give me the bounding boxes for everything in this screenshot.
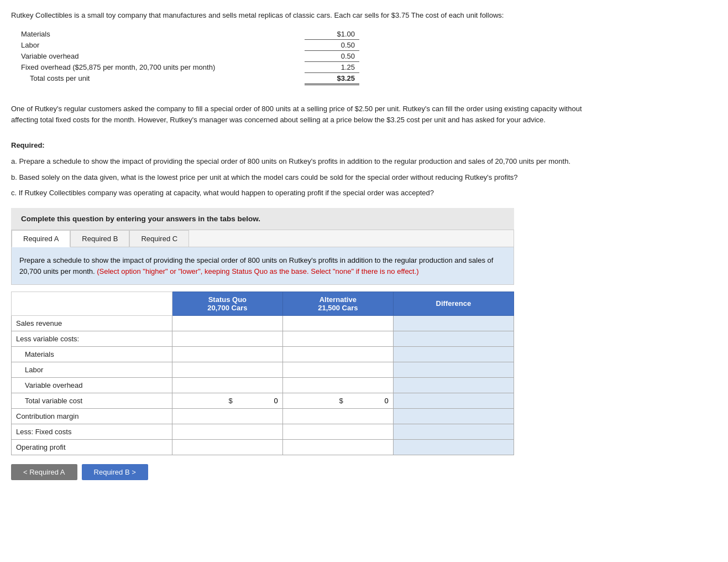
alternative-cell[interactable] bbox=[282, 439, 393, 455]
alternative-cell[interactable] bbox=[282, 331, 393, 346]
status-quo-input[interactable] bbox=[234, 428, 278, 436]
status-quo-cell[interactable] bbox=[172, 346, 282, 362]
alternative-input[interactable] bbox=[344, 381, 389, 389]
status-quo-cell[interactable] bbox=[172, 315, 282, 331]
tab-required-b[interactable]: Required B bbox=[70, 230, 129, 247]
status-quo-cell[interactable] bbox=[172, 424, 282, 439]
col3-line1: Alternative bbox=[320, 295, 357, 304]
col3-header: Alternative 21,500 Cars bbox=[282, 292, 393, 315]
required-part-b: b. Based solely on the data given, what … bbox=[11, 172, 591, 184]
difference-cell[interactable] bbox=[393, 315, 514, 331]
status-quo-input[interactable] bbox=[234, 381, 278, 389]
total-cost-label: Total costs per unit bbox=[17, 72, 305, 84]
col2-line2: 20,700 Cars bbox=[207, 304, 247, 312]
difference-input[interactable] bbox=[465, 428, 509, 436]
alternative-cell[interactable] bbox=[282, 362, 393, 377]
table-row: Materials bbox=[12, 346, 514, 362]
row-label: Operating profit bbox=[12, 439, 172, 455]
alternative-input[interactable] bbox=[344, 428, 389, 436]
status-quo-cell[interactable]: $ bbox=[172, 393, 282, 408]
tab-required-c[interactable]: Required C bbox=[129, 230, 189, 247]
instruction-box: Complete this question by entering your … bbox=[11, 208, 514, 230]
alternative-cell[interactable] bbox=[282, 346, 393, 362]
difference-input[interactable] bbox=[465, 381, 509, 389]
difference-cell[interactable] bbox=[393, 331, 514, 346]
difference-input[interactable] bbox=[465, 350, 509, 358]
data-table-wrapper: Status Quo 20,700 Cars Alternative 21,50… bbox=[11, 292, 514, 455]
alternative-input[interactable] bbox=[344, 350, 389, 358]
table-row: Total variable cost$$ bbox=[12, 393, 514, 408]
status-quo-input[interactable] bbox=[234, 397, 278, 405]
cost-table: Materials$1.00Labor0.50Variable overhead… bbox=[17, 29, 359, 85]
cost-item-amount: 1.25 bbox=[305, 61, 359, 72]
dollar-sign: $ bbox=[229, 397, 233, 405]
tab-required-a[interactable]: Required A bbox=[12, 230, 70, 247]
status-quo-cell[interactable] bbox=[172, 362, 282, 377]
required-section: Required: a. Prepare a schedule to show … bbox=[11, 140, 591, 199]
cost-item-amount: $1.00 bbox=[305, 29, 359, 40]
total-cost-amount: $3.25 bbox=[305, 72, 359, 84]
status-quo-input[interactable] bbox=[234, 319, 278, 327]
table-row: Variable overhead bbox=[12, 377, 514, 393]
required-title: Required: bbox=[11, 141, 45, 149]
status-quo-cell[interactable] bbox=[172, 408, 282, 424]
col3-line2: 21,500 Cars bbox=[318, 304, 358, 312]
difference-input[interactable] bbox=[465, 319, 509, 327]
alternative-input[interactable] bbox=[344, 319, 389, 327]
status-quo-input[interactable] bbox=[234, 366, 278, 374]
alternative-cell[interactable] bbox=[282, 424, 393, 439]
col1-header bbox=[12, 292, 172, 315]
alternative-input[interactable] bbox=[344, 443, 389, 451]
prev-button[interactable]: < Required A bbox=[11, 464, 77, 480]
row-label: Less: Fixed costs bbox=[12, 424, 172, 439]
status-quo-cell[interactable] bbox=[172, 439, 282, 455]
dollar-sign: $ bbox=[339, 397, 343, 405]
difference-input[interactable] bbox=[465, 443, 509, 451]
alternative-input[interactable] bbox=[344, 335, 389, 343]
status-quo-input[interactable] bbox=[234, 443, 278, 451]
table-row: Labor bbox=[12, 362, 514, 377]
alternative-cell[interactable] bbox=[282, 315, 393, 331]
difference-cell[interactable] bbox=[393, 346, 514, 362]
tabs-header: Required A Required B Required C bbox=[12, 230, 514, 247]
difference-cell[interactable] bbox=[393, 393, 514, 408]
status-quo-cell[interactable] bbox=[172, 331, 282, 346]
row-label: Contribution margin bbox=[12, 408, 172, 424]
main-data-table: Status Quo 20,700 Cars Alternative 21,50… bbox=[11, 292, 514, 455]
status-quo-input[interactable] bbox=[234, 335, 278, 343]
difference-cell[interactable] bbox=[393, 362, 514, 377]
row-label: Labor bbox=[12, 362, 172, 377]
difference-cell[interactable] bbox=[393, 424, 514, 439]
difference-cell[interactable] bbox=[393, 439, 514, 455]
cost-item-label: Materials bbox=[17, 29, 305, 40]
tab-a-content: Prepare a schedule to show the impact of… bbox=[12, 247, 514, 284]
difference-cell[interactable] bbox=[393, 377, 514, 393]
row-label: Total variable cost bbox=[12, 393, 172, 408]
difference-input[interactable] bbox=[465, 335, 509, 343]
status-quo-cell[interactable] bbox=[172, 377, 282, 393]
status-quo-input[interactable] bbox=[234, 412, 278, 420]
difference-cell[interactable] bbox=[393, 408, 514, 424]
alternative-input[interactable] bbox=[344, 412, 389, 420]
difference-input[interactable] bbox=[465, 366, 509, 374]
required-part-a: a. Prepare a schedule to show the impact… bbox=[11, 156, 591, 168]
instruction-text: Complete this question by entering your … bbox=[21, 215, 260, 223]
alternative-input[interactable] bbox=[344, 397, 389, 405]
difference-input[interactable] bbox=[465, 397, 509, 405]
required-part-c: c. If Rutkey Collectibles company was op… bbox=[11, 188, 591, 199]
table-row: Less variable costs: bbox=[12, 331, 514, 346]
alternative-cell[interactable] bbox=[282, 377, 393, 393]
status-quo-input[interactable] bbox=[234, 350, 278, 358]
alternative-cell[interactable] bbox=[282, 408, 393, 424]
table-row: Contribution margin bbox=[12, 408, 514, 424]
cost-item-amount: 0.50 bbox=[305, 39, 359, 50]
cost-item-label: Labor bbox=[17, 39, 305, 50]
table-row: Operating profit bbox=[12, 439, 514, 455]
col2-line1: Status Quo bbox=[208, 295, 247, 304]
intro-paragraph-2: One of Rutkey's regular customers asked … bbox=[11, 103, 591, 127]
difference-input[interactable] bbox=[465, 412, 509, 420]
table-row: Less: Fixed costs bbox=[12, 424, 514, 439]
alternative-input[interactable] bbox=[344, 366, 389, 374]
next-button[interactable]: Required B > bbox=[82, 464, 148, 480]
alternative-cell[interactable]: $ bbox=[282, 393, 393, 408]
